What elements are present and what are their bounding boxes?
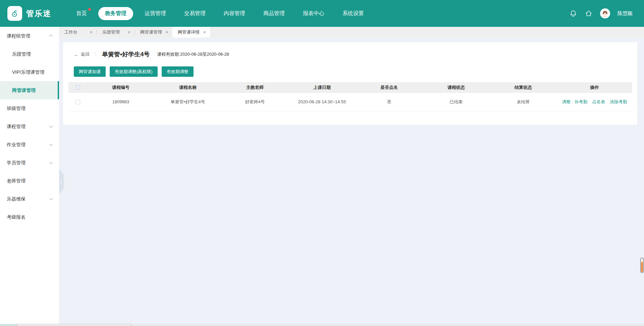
open-tabs-bar: 工作台 × 乐团管理 × 网管课管理 × 网管课详情 × — [59, 27, 644, 38]
nav-item-home[interactable]: 首页 — [69, 7, 94, 20]
scroll-indicator-fill — [641, 262, 643, 272]
back-label: 返回 — [81, 51, 90, 57]
nav-item-academic[interactable]: 教务管理 — [98, 7, 133, 20]
avatar-person-icon — [601, 9, 609, 18]
action-button-row: 网管课加课 有效期调整(高权限) 有效期调整 — [68, 58, 632, 77]
col-header-course-name: 课程名称 — [154, 82, 221, 93]
tab-orchestra-mgmt[interactable]: 乐团管理 × — [97, 27, 135, 38]
chevron-down-icon — [49, 142, 53, 146]
table-row: 1809983 单簧管•好学生4号 好老师4号 2020-06-28 14:30… — [68, 93, 632, 111]
clear-attendance-link[interactable]: 清除考勤 — [610, 99, 627, 104]
page-title: 单簧管•好学生4号 — [102, 50, 150, 58]
course-validity-period: 课程有效期:2020-06-28至2020-06-28 — [157, 51, 229, 57]
scroll-indicator-widget[interactable] — [640, 258, 644, 273]
course-detail-card: ← 返回 单簧管•好学生4号 课程有效期:2020-06-28至2020-06-… — [63, 42, 637, 125]
cell-settle-status: 未结算 — [490, 93, 557, 111]
top-navbar: 管乐迷 首页 教务管理 运营管理 交易管理 内容管理 商品管理 报表中心 系统设… — [0, 0, 644, 27]
chevron-down-icon — [49, 160, 53, 164]
tab-online-course-detail[interactable]: 网管课详情 × — [172, 27, 210, 38]
sidebar-item-course-group-mgmt[interactable]: 课程组管理 — [0, 27, 59, 45]
tab-workbench-label: 工作台 — [64, 29, 77, 35]
sidebar-item-label: 课程组管理 — [7, 33, 30, 39]
main-nav: 首页 教务管理 运营管理 交易管理 内容管理 商品管理 报表中心 系统设置 — [69, 7, 371, 20]
sidebar-item-instrument-maintenance[interactable]: 乐器维保 — [0, 190, 59, 208]
sidebar-item-class-mgmt[interactable]: 班级管理 — [0, 99, 59, 117]
adjust-link[interactable]: 调整 — [562, 99, 571, 104]
tab-workbench-close-icon[interactable]: × — [90, 30, 93, 35]
adjust-validity-admin-button[interactable]: 有效期调整(高权限) — [110, 66, 158, 77]
sidebar-item-exam-registration[interactable]: 考级报名 — [0, 208, 59, 226]
sidebar-item-vip-theory-mgmt[interactable]: VIP/乐理课管理 — [0, 63, 59, 81]
row-checkbox[interactable] — [75, 100, 80, 104]
cell-date: 2020-06-28 14:30~14:55 — [288, 93, 356, 111]
nav-item-content[interactable]: 内容管理 — [217, 7, 252, 20]
navbar-right: 陈慧颖 — [569, 8, 644, 18]
chevron-down-icon — [49, 124, 53, 128]
sidebar-item-course-mgmt[interactable]: 课程管理 — [0, 117, 59, 135]
home-icon[interactable] — [585, 9, 593, 17]
cell-course-name: 单簧管•好学生4号 — [154, 93, 221, 111]
horizontal-scrollbar-thumb[interactable] — [16, 324, 131, 326]
main-content: ← 返回 单簧管•好学生4号 课程有效期:2020-06-28至2020-06-… — [59, 38, 644, 324]
sidebar-item-homework-mgmt[interactable]: 作业管理 — [0, 135, 59, 154]
horizontal-scrollbar-track-left — [0, 324, 16, 326]
col-header-roll-call: 是否点名 — [356, 82, 423, 93]
col-header-actions: 操作 — [557, 82, 632, 93]
adjust-validity-button[interactable]: 有效期调整 — [162, 66, 194, 77]
chevron-down-icon — [49, 197, 53, 200]
sidebar-item-online-course-mgmt[interactable]: 网管课管理 — [0, 81, 59, 99]
card-header: ← 返回 单簧管•好学生4号 课程有效期:2020-06-28至2020-06-… — [68, 42, 632, 58]
header-divider — [96, 52, 96, 57]
makeup-attendance-link[interactable]: 补考勤 — [574, 99, 587, 104]
sidebar-item-orchestra-mgmt[interactable]: 乐团管理 — [0, 45, 59, 63]
back-button[interactable]: ← 返回 — [74, 51, 90, 57]
username: 陈慧颖 — [618, 10, 633, 17]
tab-online-course-detail-close-icon[interactable]: × — [203, 30, 206, 35]
table-header-row: 课程编号 课程名称 主教老师 上课日期 是否点名 课程状态 结算状态 操作 — [68, 82, 632, 93]
tab-orchestra-mgmt-close-icon[interactable]: × — [128, 30, 130, 35]
cell-actions: 调整补考勤 点名表 清除考勤 — [557, 93, 632, 111]
sidebar-item-student-mgmt[interactable]: 学员管理 — [0, 154, 59, 172]
bell-icon[interactable] — [569, 9, 577, 17]
sidebar-item-label: 学员管理 — [7, 160, 25, 165]
notification-dot — [88, 8, 91, 11]
roll-call-sheet-link[interactable]: 点名表 — [592, 99, 605, 104]
tab-online-course-mgmt-label: 网管课管理 — [140, 29, 162, 35]
tuba-logo-icon — [11, 9, 19, 17]
nav-item-transactions[interactable]: 交易管理 — [177, 7, 212, 20]
back-arrow-icon: ← — [74, 52, 79, 57]
cell-course-id: 1809983 — [87, 93, 154, 111]
chevron-up-icon — [49, 35, 53, 38]
nav-item-products[interactable]: 商品管理 — [257, 7, 291, 20]
sidebar-item-teacher-mgmt[interactable]: 老师管理 — [0, 172, 59, 190]
lessons-table: 课程编号 课程名称 主教老师 上课日期 是否点名 课程状态 结算状态 操作 18… — [68, 82, 632, 111]
sidebar-item-label: 课程管理 — [7, 124, 25, 129]
nav-item-settings[interactable]: 系统设置 — [336, 7, 371, 20]
app-logo — [7, 6, 22, 21]
user-avatar[interactable] — [600, 8, 610, 18]
tab-online-course-mgmt[interactable]: 网管课管理 × — [135, 27, 172, 38]
nav-item-reports[interactable]: 报表中心 — [296, 7, 331, 20]
col-header-settle-status: 结算状态 — [490, 82, 557, 93]
action-divider — [572, 100, 573, 104]
nav-item-operations[interactable]: 运营管理 — [138, 7, 173, 20]
tab-orchestra-mgmt-label: 乐团管理 — [102, 29, 120, 35]
col-header-course-status: 课程状态 — [423, 82, 490, 93]
sidebar-item-label: 乐器维保 — [7, 196, 25, 202]
sidebar-item-label: 作业管理 — [7, 142, 25, 147]
collapse-chevron-icon: ‹ — [60, 179, 62, 184]
sidebar-menu: 课程组管理 乐团管理 VIP/乐理课管理 网管课管理 班级管理 课程管理 作业管… — [0, 27, 59, 324]
select-all-checkbox[interactable] — [75, 85, 80, 90]
cell-roll-call: 否 — [356, 93, 423, 111]
brand-name: 管乐迷 — [26, 8, 51, 19]
tab-online-course-detail-label: 网管课详情 — [178, 29, 200, 35]
tab-online-course-mgmt-close-icon[interactable]: × — [166, 30, 168, 35]
horizontal-scrollbar — [0, 324, 644, 326]
add-online-lesson-button[interactable]: 网管课加课 — [74, 66, 106, 77]
col-header-date: 上课日期 — [288, 82, 356, 93]
col-header-teacher: 主教老师 — [221, 82, 288, 93]
tab-workbench[interactable]: 工作台 × — [59, 27, 97, 38]
nav-item-home-label: 首页 — [76, 10, 87, 16]
cell-course-status: 已结束 — [423, 93, 490, 111]
col-header-course-id: 课程编号 — [87, 82, 154, 93]
